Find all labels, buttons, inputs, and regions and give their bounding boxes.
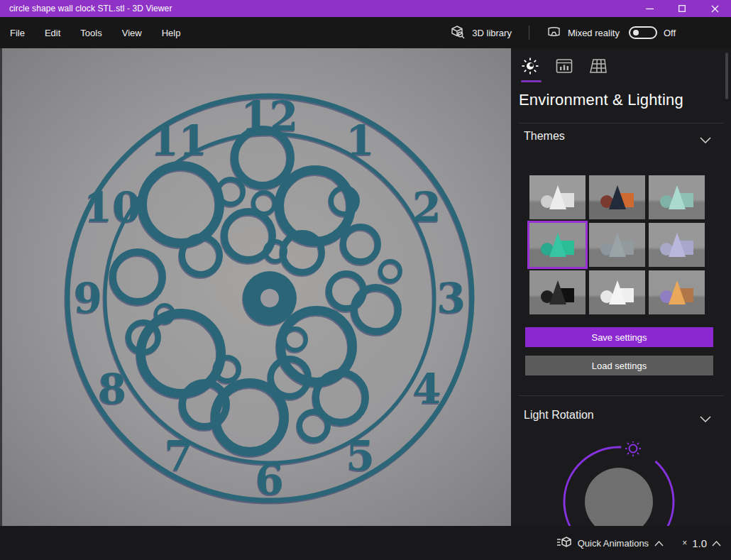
theme-cone [549,233,566,257]
menu-edit[interactable]: Edit [45,28,60,38]
menubar: FileEditToolsViewHelp 3D library [0,17,731,48]
clock-number: 4 [413,365,441,413]
theme-cone [669,233,686,257]
grid-icon [589,58,608,77]
theme-tile-teal-green[interactable] [529,223,586,267]
theme-cone [669,280,686,304]
clock-number: 9 [74,274,102,322]
theme-tile-muted-gray[interactable] [589,223,645,267]
clock-model: 121234567891011 [2,48,511,526]
theme-cone [549,185,566,209]
clock-number: 7 [165,432,193,480]
stats-icon [556,58,573,77]
selected-tab-indicator [521,80,542,82]
3d-library-label: 3D library [472,28,512,38]
zoom-sign: × [682,538,687,548]
chevron-down-icon[interactable] [700,412,711,425]
tab-stats[interactable] [555,58,573,77]
chevron-down-icon[interactable] [700,133,711,146]
clock-number: 10 [84,183,141,231]
theme-cone [609,185,626,209]
clock-number: 3 [437,274,466,322]
settings-panel: Environment & Lighting Themes Save setti… [511,48,731,526]
mixed-reality-control: Mixed reality Off [546,26,676,40]
menu-file[interactable]: File [10,28,25,38]
light-rotation-label: Light Rotation [524,409,594,422]
panel-scrollbar[interactable] [725,53,728,99]
light-rotation-header[interactable]: Light Rotation [524,409,594,422]
theme-cone [669,185,686,209]
tab-grid[interactable] [589,58,608,77]
chevron-up-icon [654,538,664,549]
theme-tile-light-gray[interactable] [529,175,586,219]
save-settings-button[interactable]: Save settings [525,327,713,347]
quick-animations-icon [556,536,572,551]
menubar-divider [529,26,529,40]
zoom-control[interactable]: × 1.0 [682,537,721,549]
theme-tile-mint[interactable] [649,175,705,219]
3d-library-icon [451,25,466,41]
clock-number: 2 [413,183,441,231]
minimize-button[interactable] [633,0,666,17]
menu-help[interactable]: Help [162,28,181,38]
panel-title: Environment & Lighting [519,91,683,109]
clock-number: 12 [241,92,299,141]
light-rotation-dial[interactable] [559,441,679,526]
theme-tile-white[interactable] [589,270,645,314]
theme-cone [609,280,626,304]
maximize-button[interactable] [666,0,698,17]
dial-knob[interactable] [585,468,653,526]
quick-animations-label: Quick Animations [578,538,649,549]
theme-grid [529,175,707,314]
mixed-reality-label: Mixed reality [568,28,620,38]
themes-header[interactable]: Themes [524,130,565,143]
window-title: circle shape wall clock STL.stl - 3D Vie… [0,4,172,13]
mixed-reality-state: Off [664,28,676,38]
zoom-value: 1.0 [692,537,707,549]
bottom-bar: Quick Animations × 1.0 [0,526,731,560]
sun-icon [522,57,539,77]
3d-viewport[interactable]: 121234567891011 [0,48,511,526]
menu-tools[interactable]: Tools [80,28,101,38]
3d-library-button[interactable]: 3D library [451,25,512,41]
theme-cone [609,233,626,257]
menu-view[interactable]: View [122,28,142,38]
sun-handle-icon[interactable] [625,441,641,456]
themes-label: Themes [524,130,565,143]
clock-number: 1 [346,116,375,165]
app-window: circle shape wall clock STL.stl - 3D Vie… [0,0,731,560]
close-button[interactable] [698,0,731,17]
titlebar[interactable]: circle shape wall clock STL.stl - 3D Vie… [0,0,731,17]
divider [518,123,724,123]
load-settings-button[interactable]: Load settings [525,356,713,375]
clock-number: 11 [150,116,208,165]
theme-tile-orange-purple[interactable] [649,270,705,314]
menu-items: FileEditToolsViewHelp [0,28,180,38]
clock-number: 8 [98,365,126,413]
toggle-knob [633,30,639,35]
theme-tile-black[interactable] [529,270,586,314]
theme-tile-dark-orange[interactable] [589,175,645,219]
chevron-up-icon [712,538,721,549]
theme-tile-lavender[interactable] [649,223,705,267]
mixed-reality-toggle[interactable] [629,26,657,39]
clock-number: 5 [346,432,375,480]
theme-cone [549,280,566,304]
divider [518,395,724,396]
mixed-reality-icon [546,26,561,40]
clock-number: 6 [255,456,284,504]
quick-animations-button[interactable]: Quick Animations [556,536,664,551]
tab-lighting[interactable] [521,58,539,77]
